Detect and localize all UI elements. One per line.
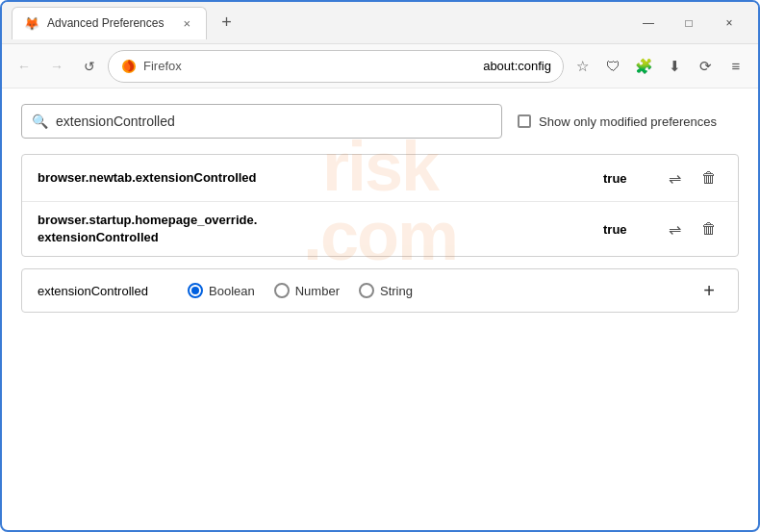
type-radio-group: Boolean Number String <box>188 283 413 298</box>
title-bar: 🦊 Advanced Preferences × + — □ × <box>2 2 758 44</box>
radio-string[interactable]: String <box>359 283 413 298</box>
add-preference-button[interactable]: + <box>696 277 722 304</box>
row-actions-2: ⇌ 🗑 <box>661 215 722 242</box>
radio-number[interactable]: Number <box>274 283 340 298</box>
navigation-bar: ← → ↺ Firefox about:config ☆ 🛡 🧩 ⬇ ⟳ ≡ <box>2 44 758 89</box>
download-icon[interactable]: ⬇ <box>660 52 689 81</box>
close-window-button[interactable]: × <box>710 8 748 38</box>
back-button[interactable]: ← <box>10 52 38 81</box>
radio-boolean-fill <box>191 287 199 294</box>
show-modified-checkbox[interactable] <box>518 114 531 128</box>
radio-boolean-indicator <box>188 283 203 298</box>
pref-name-1: browser.newtab.extensionControlled <box>38 169 603 187</box>
menu-button[interactable]: ≡ <box>722 52 750 81</box>
table-row: browser.newtab.extensionControlled true … <box>22 155 738 202</box>
reload-button[interactable]: ↺ <box>75 52 104 81</box>
pref-name-2: browser.startup.homepage_override. exten… <box>38 212 603 246</box>
new-preference-row: extensionControlled Boolean Number <box>21 268 739 313</box>
minimize-button[interactable]: — <box>629 8 668 38</box>
pref-value-1: true <box>603 171 642 186</box>
history-icon[interactable]: ⟳ <box>691 52 720 81</box>
delete-button-1[interactable]: 🗑 <box>696 165 722 191</box>
bookmark-icon[interactable]: ☆ <box>568 52 596 81</box>
toggle-button-2[interactable]: ⇌ <box>661 215 688 242</box>
table-row: browser.startup.homepage_override. exten… <box>22 202 738 256</box>
content-area: 🔍 Show only modified preferences browser… <box>2 89 758 328</box>
delete-button-2[interactable]: 🗑 <box>696 215 722 242</box>
window-controls: — □ × <box>629 8 748 38</box>
shield-icon[interactable]: 🛡 <box>598 52 627 81</box>
modified-filter-row: Show only modified preferences <box>518 114 717 129</box>
extension-icon[interactable]: 🧩 <box>629 52 658 81</box>
tab-strip: 🦊 Advanced Preferences × + <box>12 7 629 39</box>
browser-tab[interactable]: 🦊 Advanced Preferences × <box>12 7 207 39</box>
tab-favicon-icon: 🦊 <box>24 16 39 31</box>
search-row: 🔍 Show only modified preferences <box>21 104 739 139</box>
radio-boolean[interactable]: Boolean <box>188 283 255 298</box>
forward-button[interactable]: → <box>42 52 71 81</box>
show-modified-label: Show only modified preferences <box>539 114 717 129</box>
maximize-button[interactable]: □ <box>670 8 708 38</box>
url-display: about:config <box>483 59 551 73</box>
search-input[interactable] <box>56 114 492 129</box>
new-pref-name-label: extensionControlled <box>38 284 172 298</box>
radio-number-indicator <box>274 283 290 298</box>
toggle-button-1[interactable]: ⇌ <box>661 165 688 191</box>
toolbar-icons: ☆ 🛡 🧩 ⬇ ⟳ ≡ <box>568 52 750 81</box>
radio-string-label: String <box>380 284 413 298</box>
firefox-logo-icon <box>120 58 138 75</box>
radio-string-indicator <box>359 283 374 298</box>
preferences-table: browser.newtab.extensionControlled true … <box>21 154 739 257</box>
search-box[interactable]: 🔍 <box>21 104 502 139</box>
tab-title: Advanced Preferences <box>47 16 164 30</box>
search-icon: 🔍 <box>32 114 48 129</box>
new-tab-button[interactable]: + <box>213 10 240 37</box>
browser-name-label: Firefox <box>143 59 477 73</box>
tab-close-button[interactable]: × <box>179 15 194 31</box>
address-bar[interactable]: Firefox about:config <box>108 50 564 83</box>
row-actions-1: ⇌ 🗑 <box>661 165 722 191</box>
radio-boolean-label: Boolean <box>209 284 255 298</box>
radio-number-label: Number <box>295 284 340 298</box>
pref-value-2: true <box>603 222 642 237</box>
